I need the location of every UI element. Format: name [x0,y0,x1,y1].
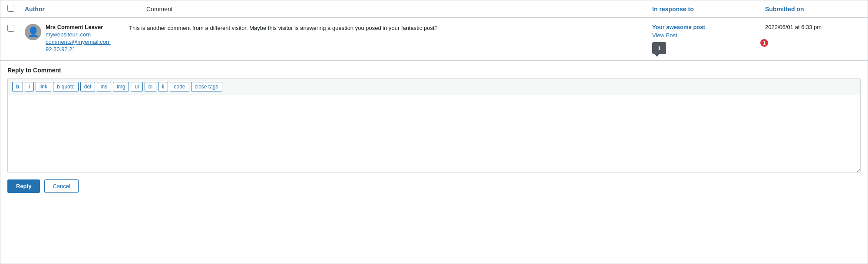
author-ip: 92.30.92.21 [46,46,111,52]
reply-section-title: Reply to Comment [7,67,861,74]
comment-bubble-container: 1 1 [652,42,765,54]
reply-section: Reply to Comment b i link b-quote del in… [0,61,868,199]
author-name: Mrs Comment Leaver [46,24,111,30]
action-buttons: Reply Cancel [7,179,861,193]
header-checkbox-cell [7,5,25,13]
header-author: Author [25,6,146,13]
header-submitted: Submitted on [765,6,861,13]
toolbar-btn-ins[interactable]: ins [97,82,111,91]
cancel-button[interactable]: Cancel [44,179,78,193]
toolbar-btn-bquote[interactable]: b-quote [53,82,79,91]
reply-textarea[interactable] [7,95,861,173]
row-checkbox[interactable] [7,25,14,32]
editor-toolbar: b i link b-quote del ins img ul ol li co… [7,78,861,95]
row-author: 👤 Mrs Comment Leaver mywebsiteurl.com co… [25,24,129,52]
bubble-count: 1 [657,45,660,52]
avatar: 👤 [25,24,41,40]
view-post-link[interactable]: View Post [652,32,765,39]
table-header: Author Comment In response to Submitted … [0,0,868,18]
toolbar-btn-ol[interactable]: ol [145,82,156,91]
comments-page: Author Comment In response to Submitted … [0,0,868,264]
header-in-response: In response to [652,6,765,13]
reply-button[interactable]: Reply [7,179,40,193]
submitted-date: 2022/06/01 at 6:33 pm [765,24,861,30]
in-response-cell: Your awesome post View Post 1 1 [652,24,765,54]
toolbar-btn-code[interactable]: code [170,82,189,91]
select-all-checkbox[interactable] [7,5,14,12]
row-checkbox-cell [7,24,25,33]
comment-row: 👤 Mrs Comment Leaver mywebsiteurl.com co… [0,18,868,61]
author-website-link[interactable]: mywebsiteurl.com [46,31,111,38]
toolbar-btn-i[interactable]: i [25,82,34,91]
toolbar-btn-del[interactable]: del [80,82,95,91]
person-icon: 👤 [27,26,39,38]
author-email-link[interactable]: comments@myemail.com [46,39,111,45]
toolbar-btn-ul[interactable]: ul [131,82,142,91]
toolbar-btn-link[interactable]: link [36,82,51,91]
header-comment: Comment [146,6,652,13]
toolbar-btn-b[interactable]: b [12,82,23,91]
toolbar-btn-closetags[interactable]: close tags [191,82,222,91]
toolbar-btn-li[interactable]: li [158,82,168,91]
comment-bubble[interactable]: 1 [652,42,666,54]
author-info: Mrs Comment Leaver mywebsiteurl.com comm… [46,24,111,52]
toolbar-btn-img[interactable]: img [113,82,129,91]
comment-text: This is another comment from a different… [129,24,652,33]
post-title-link[interactable]: Your awesome post [652,24,765,30]
comment-badge: 1 [760,39,768,47]
